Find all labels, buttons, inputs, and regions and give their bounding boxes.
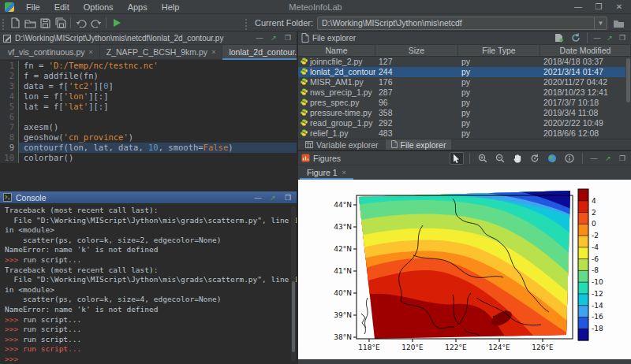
file-table-header[interactable]: NameSizeFile TypeDate Modified xyxy=(298,45,631,57)
toolbar-grip[interactable] xyxy=(2,19,6,30)
panel-float-icon[interactable]: ↗ xyxy=(604,32,615,44)
panel-maximize-icon[interactable]: ❐ xyxy=(617,152,628,165)
toolbar-grip[interactable] xyxy=(245,19,248,30)
window-close-button[interactable]: ✕ xyxy=(609,0,629,14)
console-text: scatter(ps, color=k, size=4, edgecolor=N… xyxy=(5,295,222,303)
panel-maximize-icon[interactable]: ❐ xyxy=(282,191,293,204)
svg-text:40°N: 40°N xyxy=(334,289,352,297)
panel-minimize-icon[interactable]: — xyxy=(252,191,263,204)
menu-apps[interactable]: Apps xyxy=(121,0,155,14)
save-all-button[interactable] xyxy=(53,16,68,30)
file-row-relief_1.py[interactable]: relief_1.py483py2018/6/6 12:08 xyxy=(298,128,631,139)
panel-minimize-icon[interactable]: — xyxy=(254,32,265,44)
code-text: contourf(lon, lat, data, 10, smooth=Fals… xyxy=(19,143,233,153)
refresh-icon[interactable] xyxy=(568,31,583,45)
file-modified-cell: 2017/3/7 10:18 xyxy=(540,98,631,108)
panel-maximize-icon[interactable]: ❐ xyxy=(617,32,628,44)
console-scrollbar[interactable] xyxy=(291,206,296,362)
info-icon[interactable] xyxy=(562,152,577,165)
console-scrollbar-thumb[interactable] xyxy=(292,281,295,352)
code-editor[interactable]: 1fn = 'D:/Temp/nc/testnc.nc'2f = addfile… xyxy=(0,60,297,190)
file-row-MISR_AM1.py[interactable]: MISR_AM1.py176py2020/11/27 04:42 xyxy=(298,77,631,87)
console-line: in <module> xyxy=(5,225,297,236)
file-row-nws_precip_1.py[interactable]: nws_precip_1.py287py2018/10/23 12:41 xyxy=(298,87,631,98)
console-prompt: >>> xyxy=(5,344,23,353)
console-text: File "D:\Working\MIScript\Jython\mis\gra… xyxy=(5,275,297,284)
line-number: 4 xyxy=(0,91,19,102)
file-name-cell: pressure-time.py xyxy=(298,108,375,118)
panel-float-icon[interactable]: ↗ xyxy=(267,191,278,204)
console-output[interactable]: Traceback (most recent call last): File … xyxy=(0,204,297,364)
console-line: >>> run script... xyxy=(5,315,297,325)
svg-text:41°N: 41°N xyxy=(334,267,352,275)
new-file-button[interactable] xyxy=(8,16,23,30)
tab-variable-explorer[interactable]: Variable explorer xyxy=(300,139,384,150)
undo-button[interactable] xyxy=(73,16,88,30)
console-line: >>> run script... xyxy=(5,335,297,345)
column-header-file-type[interactable]: File Type xyxy=(458,45,540,56)
file-row-pres_spec.py[interactable]: pres_spec.py96py2017/3/7 10:18 xyxy=(298,98,631,108)
chevron-down-icon[interactable]: ▾ xyxy=(594,17,607,29)
file-modified-cell: 2020/11/27 04:42 xyxy=(540,77,631,87)
figure-tab-label: Figure 1 xyxy=(307,168,338,177)
open-folder-button[interactable] xyxy=(23,16,38,30)
panel-minimize-icon[interactable]: — xyxy=(592,32,603,44)
column-header-date-modified[interactable]: Date Modified xyxy=(540,45,631,56)
tab-close-icon[interactable]: × xyxy=(211,48,215,56)
zoom-in-icon[interactable] xyxy=(476,152,490,165)
window-maximize-button[interactable]: ❐ xyxy=(588,0,609,14)
file-row-lonlat_2d_contour.py[interactable]: lonlat_2d_contour.py244py2021/3/14 01:47 xyxy=(298,67,631,77)
svg-text:-16: -16 xyxy=(592,313,603,321)
run-script-button[interactable] xyxy=(109,16,124,30)
panel-float-icon[interactable]: ↗ xyxy=(268,32,279,44)
file-size-cell: 292 xyxy=(375,118,458,128)
file-row-pressure-time.py[interactable]: pressure-time.py358py2019/3/4 11:08 xyxy=(298,108,631,118)
menu-file[interactable]: File xyxy=(19,0,47,14)
rotate-icon[interactable] xyxy=(528,152,542,165)
tab-figure-1[interactable]: Figure 1 × xyxy=(300,165,353,179)
file-name: read_group_1.py xyxy=(310,118,372,128)
redo-button[interactable] xyxy=(88,16,103,30)
file-row-read_group_1.py[interactable]: read_group_1.py292py2020/2/22 10:49 xyxy=(298,118,631,128)
console-line: >>> run script... xyxy=(5,325,297,335)
editor-tab-vf_vis_continuous.py[interactable]: vf_vis_continuous.py× xyxy=(2,45,100,59)
tab-close-icon[interactable]: × xyxy=(342,169,346,176)
variable-explorer-icon xyxy=(305,140,313,150)
console-title: Console xyxy=(16,193,248,202)
file-modified-cell: 2019/3/4 11:08 xyxy=(540,108,631,118)
menu-options[interactable]: Options xyxy=(77,0,121,14)
column-header-name[interactable]: Name xyxy=(298,45,375,56)
file-table-scrollbar-thumb[interactable] xyxy=(626,58,630,102)
new-document-button[interactable] xyxy=(551,31,566,45)
figure-canvas[interactable]: 118°E120°E122°E124°E126°E 44°N43°N42°N41… xyxy=(298,180,631,359)
console-line: File "D:\Working\MIScript\Jython\mis\gra… xyxy=(5,275,297,285)
editor-tab-Z_NAFP_C_BCSH_9km.py[interactable]: Z_NAFP_C_BCSH_9km.py× xyxy=(100,45,223,59)
panel-maximize-icon[interactable]: ❐ xyxy=(282,32,293,44)
menu-help[interactable]: Help xyxy=(155,0,187,14)
file-table-scrollbar[interactable] xyxy=(625,57,631,139)
console-prompt: >>> xyxy=(5,325,23,333)
menu-bar: FileEditOptionsAppsHelp xyxy=(19,0,186,14)
edit-document-icon xyxy=(3,34,12,43)
globe-icon[interactable] xyxy=(545,152,559,165)
current-folder-combobox[interactable]: D:\Working\MIScript\Jython\mis\netcdf ▾ xyxy=(317,17,607,30)
svg-text:120°E: 120°E xyxy=(401,344,424,351)
file-row-joinncfile_2.py[interactable]: joinncfile_2.py127py2018/4/18 03:37 xyxy=(298,57,631,67)
code-text: lon = f['lon'][:] xyxy=(19,91,108,102)
svg-text:122°E: 122°E xyxy=(445,344,467,351)
panel-minimize-icon[interactable]: — xyxy=(588,152,599,165)
pan-hand-icon[interactable] xyxy=(510,152,525,165)
editor-file-path: D:\Working\MIScript\Jython\mis\netcdf\lo… xyxy=(15,34,251,43)
panel-float-icon[interactable]: ↗ xyxy=(603,152,614,165)
browse-folder-button[interactable] xyxy=(611,16,626,30)
save-button[interactable] xyxy=(38,16,53,30)
zoom-out-icon[interactable] xyxy=(493,152,507,165)
menu-edit[interactable]: Edit xyxy=(47,0,77,14)
window-minimize-button[interactable]: — xyxy=(568,0,588,14)
tab-file-explorer[interactable]: File explorer xyxy=(386,139,452,150)
python-file-icon xyxy=(301,67,308,77)
column-header-size[interactable]: Size xyxy=(375,45,458,56)
tab-close-icon[interactable]: × xyxy=(88,48,92,56)
pointer-tool-button[interactable] xyxy=(450,152,464,165)
file-name: relief_1.py xyxy=(310,128,348,139)
